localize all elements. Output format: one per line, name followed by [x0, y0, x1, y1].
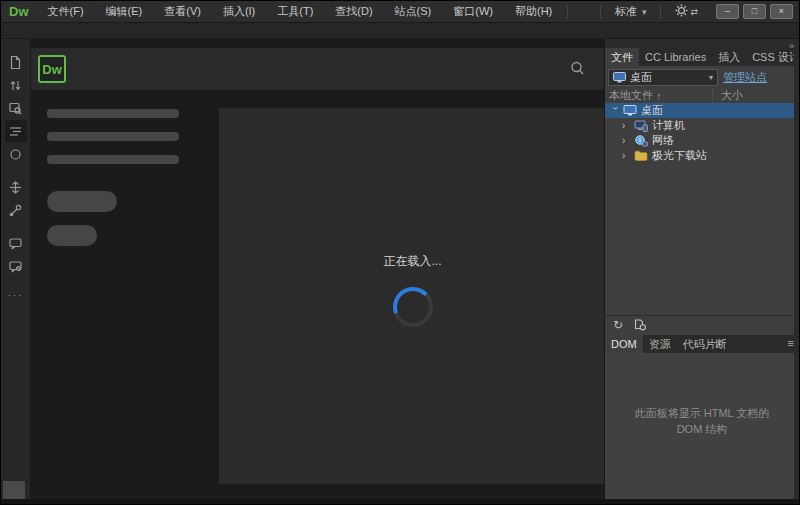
file-list-headers: 本地文件 ↑ 大小 — [605, 88, 799, 103]
site-selector-row: 桌面 ▾ 管理站点 — [605, 66, 799, 88]
maximize-button[interactable]: □ — [743, 4, 766, 19]
site-select-value: 桌面 — [630, 70, 705, 85]
sync-files-icon[interactable] — [633, 318, 647, 333]
workspace-label: 标准 — [615, 4, 637, 19]
dom-placeholder-text: 此面板将显示 HTML 文档的 DOM 结构 — [625, 404, 779, 437]
tab-dom[interactable]: DOM — [605, 335, 643, 353]
tree-row-computer[interactable]: › 计算机 — [605, 118, 799, 133]
sort-arrow-icon: ↑ — [656, 90, 662, 102]
menu-file[interactable]: 文件(F) — [37, 1, 95, 22]
files-panel-tabs: 文件 CC Libraries 插入 CSS 设计器 ≡ — [605, 48, 799, 66]
desktop-icon — [623, 105, 637, 116]
tab-css-designer[interactable]: CSS 设计器 — [746, 48, 800, 66]
menu-window[interactable]: 窗口(W) — [442, 1, 504, 22]
fetch-expand-icon[interactable] — [5, 176, 27, 198]
workspace-switcher[interactable]: 标准 ▾ — [605, 4, 657, 19]
tab-insert[interactable]: 插入 — [712, 48, 746, 66]
tree-row-desktop[interactable]: › 桌面 — [605, 103, 799, 118]
tree-row-download-folder[interactable]: › 极光下载站 — [605, 148, 799, 163]
tab-assets[interactable]: 资源 — [643, 335, 677, 353]
minimize-button[interactable]: – — [716, 4, 739, 19]
file-tree: › 桌面 › 计算机 › 网络 › 极光下载站 — [605, 103, 799, 163]
tree-label: 计算机 — [652, 118, 685, 133]
desktop-icon — [613, 72, 626, 83]
chevron-down-icon: ▾ — [709, 73, 713, 82]
tree-label: 极光下载站 — [652, 148, 707, 163]
gear-icon — [675, 4, 688, 19]
workspace-separator-left — [600, 5, 601, 19]
dom-panel-content: 此面板将显示 HTML 文档的 DOM 结构 — [605, 353, 799, 505]
dreamweaver-window: Dw 文件(F) 编辑(E) 查看(V) 插入(I) 工具(T) 查找(D) 站… — [0, 0, 800, 505]
loading-spinner-icon — [219, 284, 606, 332]
skeleton-pill — [47, 225, 97, 246]
dreamweaver-logo-badge: Dw — [38, 55, 66, 83]
menu-view[interactable]: 查看(V) — [153, 1, 212, 22]
shape-tool-icon[interactable] — [5, 143, 27, 165]
extensions-icon[interactable] — [5, 199, 27, 221]
skeleton-pill — [47, 191, 117, 212]
computer-icon — [634, 120, 648, 132]
open-documents-icon[interactable] — [5, 51, 27, 73]
app-logo: Dw — [1, 4, 37, 19]
site-select-dropdown[interactable]: 桌面 ▾ — [608, 69, 718, 86]
network-icon — [634, 135, 648, 147]
linting-report-icon[interactable] — [5, 255, 27, 277]
live-view-options-icon[interactable] — [5, 97, 27, 119]
chevron-collapsed-icon[interactable]: › — [622, 150, 630, 161]
sync-settings-button[interactable]: ⇄ — [665, 4, 708, 19]
window-bottom-edge — [1, 499, 799, 504]
dom-panel-tabs: DOM 资源 代码片断 ≡ — [605, 335, 799, 353]
menu-tools[interactable]: 工具(T) — [266, 1, 324, 22]
secondary-toolbar — [1, 23, 799, 39]
file-management-icon[interactable] — [5, 74, 27, 96]
chevron-expanded-icon[interactable]: › — [610, 107, 621, 115]
loading-text: 正在载入... — [219, 253, 606, 270]
tree-label: 网络 — [652, 133, 674, 148]
skeleton-line — [47, 132, 179, 141]
loading-panel: 正在载入... — [219, 108, 606, 484]
skeleton-line — [47, 109, 179, 118]
tree-label: 桌面 — [641, 103, 663, 118]
files-panel-toolbar: ↻ — [605, 315, 799, 335]
manage-sites-link[interactable]: 管理站点 — [723, 70, 767, 85]
menu-help[interactable]: 帮助(H) — [504, 1, 563, 22]
right-panel: » 文件 CC Libraries 插入 CSS 设计器 ≡ 桌面 ▾ 管理站点… — [604, 39, 799, 504]
menu-insert[interactable]: 插入(I) — [212, 1, 266, 22]
left-toolbar: ··· — [1, 39, 31, 504]
document-header: Dw — [31, 48, 606, 90]
skeleton-line — [47, 155, 179, 164]
sync-arrows-icon: ⇄ — [690, 7, 698, 17]
menu-bar: Dw 文件(F) 编辑(E) 查看(V) 插入(I) 工具(T) 查找(D) 站… — [1, 1, 799, 23]
window-right-edge — [794, 39, 799, 499]
menu-site[interactable]: 站点(S) — [384, 1, 443, 22]
folder-icon — [634, 150, 648, 161]
tab-cc-libraries[interactable]: CC Libraries — [639, 48, 712, 66]
format-source-icon[interactable] — [5, 120, 27, 142]
local-files-header[interactable]: 本地文件 — [609, 88, 653, 103]
menu-edit[interactable]: 编辑(E) — [95, 1, 154, 22]
search-icon[interactable] — [569, 60, 586, 79]
more-tools-icon[interactable]: ··· — [8, 290, 24, 301]
loading-indicator: 正在载入... — [219, 253, 606, 332]
tab-files[interactable]: 文件 — [605, 48, 639, 66]
panel-header-strip: » — [605, 39, 799, 48]
comment-icon[interactable] — [5, 232, 27, 254]
tree-row-network[interactable]: › 网络 — [605, 133, 799, 148]
chevron-collapsed-icon[interactable]: › — [622, 120, 630, 131]
chevron-down-icon: ▾ — [642, 7, 647, 17]
tab-snippets[interactable]: 代码片断 — [677, 335, 733, 353]
close-button[interactable]: × — [770, 4, 793, 19]
menu-find[interactable]: 查找(D) — [324, 1, 383, 22]
chevron-collapsed-icon[interactable]: › — [622, 135, 630, 146]
document-area: Dw 正在载入... — [31, 39, 606, 504]
file-tree-empty-area — [605, 163, 799, 315]
workspace-separator-right — [660, 5, 661, 19]
window-controls: – □ × — [716, 4, 793, 19]
size-header[interactable]: 大小 — [712, 88, 743, 103]
menu-separator — [567, 5, 568, 19]
refresh-icon[interactable]: ↻ — [613, 319, 623, 331]
